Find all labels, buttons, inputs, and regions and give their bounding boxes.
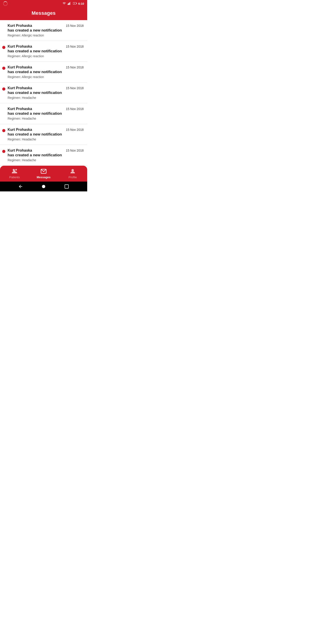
profile-label: Profile	[69, 176, 77, 179]
sender-name: Kurt Prohaska	[8, 148, 32, 152]
message-date: 15 Nov 2018	[66, 107, 84, 111]
unread-dot	[2, 67, 5, 70]
message-action: has created a new notification	[8, 90, 84, 95]
message-detail: Regimen: Allergic reaction	[8, 54, 84, 58]
patients-icon	[11, 168, 18, 175]
messages-icon	[40, 168, 47, 175]
signal-icon	[68, 2, 72, 6]
bottom-nav: Patients Messages Profile	[0, 166, 87, 182]
nav-item-messages[interactable]: Messages	[35, 168, 52, 179]
message-detail: Regimen: Headache	[8, 96, 84, 100]
time-display: 6:10	[78, 2, 84, 5]
message-item[interactable]: Kurt Prohaska15 Nov 2018has created a ne…	[0, 82, 87, 103]
svg-rect-3	[70, 2, 71, 5]
message-item[interactable]: Kurt Prohaska15 Nov 2018has created a ne…	[0, 62, 87, 82]
back-button[interactable]	[18, 184, 23, 189]
sender-name: Kurt Prohaska	[8, 107, 32, 111]
unread-dot	[2, 25, 5, 28]
message-date: 15 Nov 2018	[66, 128, 84, 132]
status-left	[3, 1, 8, 6]
message-date: 15 Nov 2018	[66, 148, 84, 152]
svg-point-10	[16, 169, 17, 170]
message-content: Kurt Prohaska15 Nov 2018has created a ne…	[8, 65, 84, 79]
message-content: Kurt Prohaska15 Nov 2018has created a ne…	[8, 44, 84, 58]
battery-icon	[73, 2, 77, 6]
svg-rect-1	[68, 3, 69, 5]
message-content: Kurt Prohaska15 Nov 2018has created a ne…	[8, 86, 84, 100]
svg-rect-5	[76, 3, 77, 4]
message-date: 15 Nov 2018	[66, 24, 84, 28]
message-list: Kurt Prohaska15 Nov 2018has created a ne…	[0, 20, 87, 166]
svg-rect-14	[65, 185, 69, 188]
patients-label: Patients	[10, 176, 20, 179]
message-item[interactable]: Kurt Prohaska15 Nov 2018has created a ne…	[0, 145, 87, 166]
spinner-icon	[3, 1, 8, 6]
message-detail: Regimen: Allergic reaction	[8, 34, 84, 37]
unread-dot	[2, 150, 5, 153]
message-detail: Regimen: Headache	[8, 138, 84, 141]
message-item[interactable]: Kurt Prohaska15 Nov 2018has created a ne…	[0, 20, 87, 41]
unread-dot	[2, 129, 5, 132]
profile-icon	[69, 168, 76, 175]
message-date: 15 Nov 2018	[66, 65, 84, 69]
svg-point-9	[13, 169, 14, 171]
nav-item-profile[interactable]: Profile	[64, 168, 82, 179]
message-content: Kurt Prohaska15 Nov 2018has created a ne…	[8, 148, 84, 162]
message-action: has created a new notification	[8, 70, 84, 74]
sender-name: Kurt Prohaska	[8, 44, 32, 48]
message-action: has created a new notification	[8, 132, 84, 137]
message-content: Kurt Prohaska15 Nov 2018has created a ne…	[8, 107, 84, 120]
message-detail: Regimen: Headache	[8, 117, 84, 120]
wifi-icon	[62, 2, 66, 6]
home-button[interactable]	[41, 184, 46, 189]
status-bar: 6:10	[0, 0, 87, 7]
app-header: Messages	[0, 7, 87, 20]
svg-rect-2	[69, 2, 70, 5]
page-title: Messages	[0, 10, 87, 16]
message-content: Kurt Prohaska15 Nov 2018has created a ne…	[8, 128, 84, 141]
svg-point-13	[42, 185, 46, 188]
message-item[interactable]: Kurt Prohaska15 Nov 2018has created a ne…	[0, 124, 87, 145]
message-item[interactable]: Kurt Prohaska15 Nov 2018has created a ne…	[0, 41, 87, 62]
message-date: 15 Nov 2018	[66, 44, 84, 48]
message-action: has created a new notification	[8, 153, 84, 158]
unread-dot	[2, 46, 5, 49]
message-action: has created a new notification	[8, 28, 84, 33]
message-action: has created a new notification	[8, 111, 84, 116]
android-nav-bar	[0, 182, 87, 192]
message-detail: Regimen: Headache	[8, 158, 84, 162]
sender-name: Kurt Prohaska	[8, 86, 32, 90]
recents-button[interactable]	[64, 184, 69, 189]
svg-point-12	[72, 169, 74, 171]
nav-item-patients[interactable]: Patients	[6, 168, 24, 179]
unread-dot	[2, 88, 5, 90]
sender-name: Kurt Prohaska	[8, 24, 32, 28]
messages-label: Messages	[37, 176, 50, 179]
message-date: 15 Nov 2018	[66, 86, 84, 90]
sender-name: Kurt Prohaska	[8, 128, 32, 132]
svg-rect-0	[68, 4, 68, 5]
sender-name: Kurt Prohaska	[8, 65, 32, 69]
message-content: Kurt Prohaska15 Nov 2018has created a ne…	[8, 24, 84, 37]
message-item[interactable]: Kurt Prohaska15 Nov 2018has created a ne…	[0, 103, 87, 124]
status-right: 6:10	[62, 2, 84, 6]
unread-dot	[2, 108, 5, 111]
message-action: has created a new notification	[8, 49, 84, 54]
message-detail: Regimen: Allergic reaction	[8, 75, 84, 79]
